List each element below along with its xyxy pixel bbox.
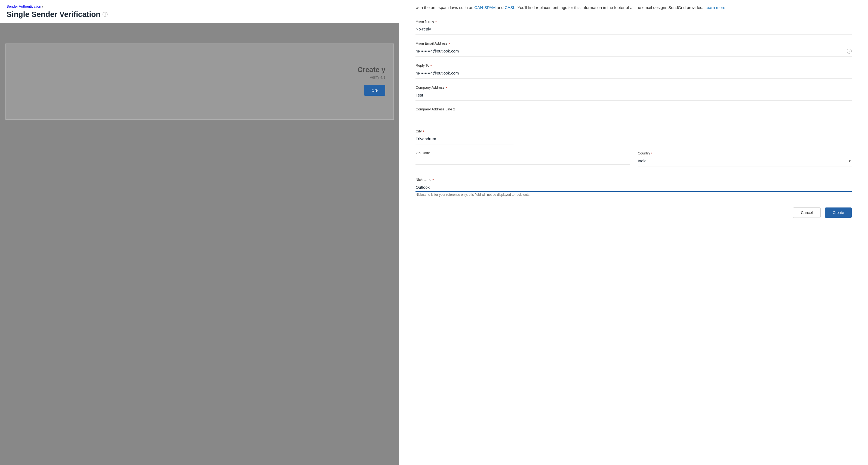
reply-to-field: Reply To •: [415, 63, 852, 78]
left-content: Create y Verify a s Cre: [0, 35, 399, 465]
from-email-field: From Email Address • i: [415, 41, 852, 57]
learn-more-link[interactable]: Learn more: [705, 5, 725, 10]
nickname-input[interactable]: [415, 183, 852, 192]
create-label: Create y: [358, 66, 385, 74]
from-email-info-icon[interactable]: i: [847, 49, 852, 54]
company-address-2-field: Company Address Line 2: [415, 107, 852, 122]
can-spam-link[interactable]: CAN-SPAM: [474, 5, 496, 10]
company-address-label: Company Address •: [415, 85, 852, 90]
from-email-wrapper: i: [415, 47, 852, 55]
zip-code-label: Zip Code: [415, 151, 629, 155]
left-header: Sender Authentication / Single Sender Ve…: [0, 0, 399, 23]
from-name-input[interactable]: [415, 25, 852, 33]
right-panel: with the anti-spam laws such as CAN-SPAM…: [399, 0, 868, 465]
from-name-required: •: [435, 19, 437, 23]
from-email-label: From Email Address •: [415, 41, 852, 45]
country-required: •: [651, 151, 652, 155]
verify-label: Verify a s: [370, 75, 385, 79]
city-label: City •: [415, 129, 852, 133]
card-area: Create y Verify a s Cre: [5, 43, 394, 120]
country-select[interactable]: India United States United Kingdom Canad…: [638, 157, 852, 165]
company-address-2-label: Company Address Line 2: [415, 107, 852, 111]
company-address-2-input[interactable]: [415, 113, 852, 121]
reply-to-label: Reply To •: [415, 63, 852, 67]
zip-code-input[interactable]: [415, 157, 629, 165]
country-label: Country •: [638, 151, 852, 155]
left-panel: Sender Authentication / Single Sender Ve…: [0, 0, 399, 465]
nickname-field: Nickname • Nickname is for your referenc…: [415, 177, 852, 197]
company-address-required: •: [446, 85, 447, 90]
cancel-button[interactable]: Cancel: [793, 207, 820, 218]
company-address-field: Company Address •: [415, 85, 852, 101]
create-button[interactable]: Create: [825, 207, 852, 218]
intro-text: with the anti-spam laws such as CAN-SPAM…: [415, 0, 852, 11]
city-field: City •: [415, 129, 852, 144]
nickname-label: Nickname •: [415, 177, 852, 181]
country-field: Country • India United States United Kin…: [638, 151, 852, 171]
zip-country-row: Zip Code Country • India United States U…: [415, 151, 852, 171]
reply-to-input[interactable]: [415, 69, 852, 77]
page-title: Single Sender Verification i: [6, 10, 393, 19]
from-name-field: From Name •: [415, 19, 852, 35]
form-actions: Cancel Create: [415, 207, 852, 218]
casl-link[interactable]: CASL: [505, 5, 515, 10]
company-address-input[interactable]: [415, 91, 852, 99]
country-select-wrapper: India United States United Kingdom Canad…: [638, 157, 852, 165]
nickname-required: •: [432, 177, 434, 181]
zip-code-field: Zip Code: [415, 151, 629, 171]
from-name-label: From Name •: [415, 19, 852, 23]
from-email-required: •: [448, 41, 450, 45]
city-required: •: [423, 129, 424, 133]
breadcrumb: Sender Authentication /: [6, 4, 393, 8]
breadcrumb-link[interactable]: Sender Authentication: [6, 4, 41, 8]
nickname-hint: Nickname is for your reference only; thi…: [415, 193, 852, 197]
page-info-icon[interactable]: i: [102, 12, 107, 17]
from-email-input[interactable]: [415, 47, 852, 55]
reply-to-required: •: [431, 63, 432, 67]
city-input[interactable]: [415, 135, 514, 143]
create-button-left[interactable]: Cre: [364, 85, 385, 96]
